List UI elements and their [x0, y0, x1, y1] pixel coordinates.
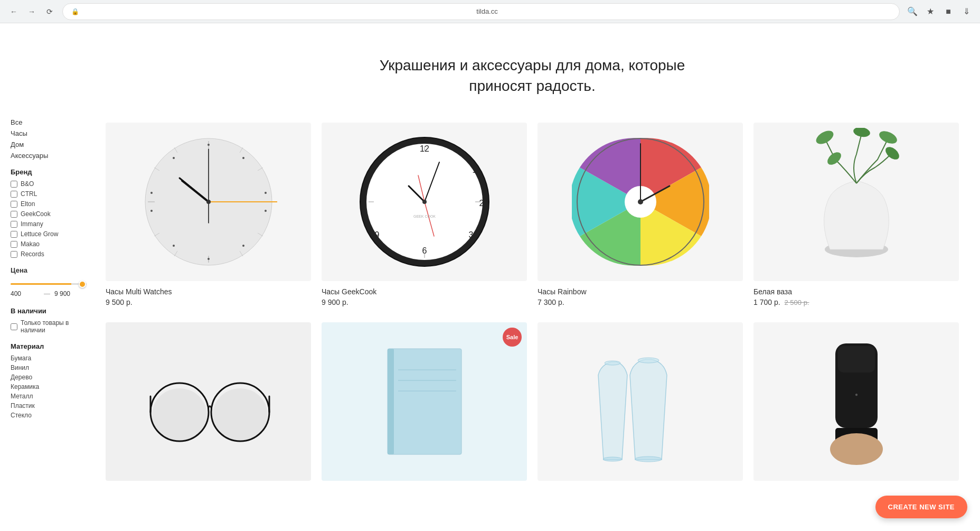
product-glasses[interactable]: [106, 322, 311, 487]
svg-point-43: [422, 200, 427, 204]
product-shaker[interactable]: ●: [753, 322, 959, 487]
svg-rect-79: [833, 439, 880, 460]
svg-point-22: [173, 157, 175, 159]
address-bar[interactable]: 🔒 tilda.cc: [62, 3, 900, 20]
brand-title: Бренд: [11, 168, 87, 176]
product-glass-item[interactable]: [538, 322, 743, 487]
brand-geekcook[interactable]: GeekCook: [11, 210, 87, 218]
svg-point-16: [265, 210, 267, 212]
svg-point-21: [150, 192, 153, 194]
svg-point-14: [242, 157, 244, 159]
refresh-button[interactable]: ⟳: [42, 4, 57, 19]
sidebar: Все Часы Дом Аксессуары Бренд B&O CTRL E…: [0, 23, 95, 531]
svg-point-20: [150, 210, 153, 212]
product-image-glasses: [106, 322, 311, 481]
material-ceramic[interactable]: Керамика: [11, 383, 87, 390]
product-image-shaker: ●: [753, 322, 959, 481]
svg-text:9: 9: [374, 230, 379, 239]
brand-ctrl[interactable]: CTRL: [11, 190, 87, 198]
svg-point-15: [265, 192, 267, 194]
glass-item-svg: [588, 333, 693, 470]
forward-button[interactable]: →: [24, 4, 39, 19]
material-paper[interactable]: Бумага: [11, 355, 87, 362]
brand-geekcook-checkbox[interactable]: [11, 211, 17, 218]
availability-checkbox-label[interactable]: Только товары в наличии: [11, 319, 87, 334]
glasses-svg: [143, 349, 275, 454]
product-white-vase[interactable]: Белая ваза 1 700 р. 2 500 р.: [753, 123, 959, 306]
material-glass[interactable]: Стекло: [11, 412, 87, 419]
brand-immany[interactable]: Immany: [11, 220, 87, 228]
svg-text:●: ●: [854, 392, 858, 397]
availability-title: В наличии: [11, 307, 87, 315]
svg-rect-65: [388, 349, 461, 454]
product-image-notebook: Sale: [322, 322, 527, 481]
svg-text:1: 1: [472, 165, 477, 174]
availability-label: Только товары в наличии: [21, 319, 87, 334]
material-plastic[interactable]: Пластик: [11, 402, 87, 409]
price-inputs: 400 — 9 900: [11, 289, 87, 299]
price-section: Цена 400 — 9 900: [11, 266, 87, 299]
category-clocks[interactable]: Часы: [11, 129, 87, 137]
price-title: Цена: [11, 266, 87, 274]
product-grid-row1: Часы Multi Watches 9 500 р. 12 1 2: [106, 123, 959, 306]
brand-ctrl-checkbox[interactable]: [11, 191, 17, 198]
svg-point-17: [242, 245, 244, 247]
bookmark-button[interactable]: ★: [923, 4, 938, 19]
product-name-multi-watches: Часы Multi Watches: [106, 287, 311, 296]
brand-bo[interactable]: B&O: [11, 180, 87, 188]
lock-icon: 🔒: [71, 8, 79, 15]
vase-svg: [798, 128, 915, 276]
svg-point-62: [213, 388, 268, 441]
svg-point-71: [638, 358, 659, 363]
brand-records-checkbox[interactable]: [11, 251, 17, 258]
brand-immany-checkbox[interactable]: [11, 221, 17, 228]
svg-text:2: 2: [479, 199, 484, 208]
svg-point-18: [208, 258, 210, 260]
material-title: Материал: [11, 342, 87, 350]
clock-geekcook-svg: 12 1 2 3 6 9 GEEK COOK: [356, 133, 493, 271]
brand-elton-checkbox[interactable]: [11, 201, 17, 208]
page-wrapper: Все Часы Дом Аксессуары Бренд B&O CTRL E…: [0, 23, 980, 531]
browser-controls: ← → ⟳: [6, 4, 57, 19]
material-vinyl[interactable]: Винил: [11, 364, 87, 371]
brand-lettuce-checkbox[interactable]: [11, 231, 17, 238]
svg-point-19: [173, 245, 175, 247]
brand-makao[interactable]: Makao: [11, 240, 87, 248]
product-geekcook[interactable]: 12 1 2 3 6 9 GEEK COOK: [322, 123, 527, 306]
clock-rainbow-svg: [572, 133, 709, 271]
brand-records[interactable]: Records: [11, 250, 87, 258]
brand-bo-checkbox[interactable]: [11, 181, 17, 188]
extensions-button[interactable]: ■: [941, 4, 956, 19]
product-notebook[interactable]: Sale: [322, 322, 527, 487]
category-accessories[interactable]: Аксессуары: [11, 152, 87, 160]
svg-text:3: 3: [468, 230, 473, 239]
material-metal[interactable]: Металл: [11, 393, 87, 400]
back-button[interactable]: ←: [6, 4, 21, 19]
search-button[interactable]: 🔍: [905, 4, 920, 19]
svg-rect-75: [838, 346, 875, 372]
category-all[interactable]: Все: [11, 118, 87, 126]
create-new-site-button[interactable]: CREATE NEW SITE: [875, 496, 967, 518]
svg-point-55: [852, 128, 871, 138]
svg-point-54: [814, 128, 835, 147]
product-name-white-vase: Белая ваза: [753, 287, 959, 296]
browser-actions: 🔍 ★ ■ ⇓: [905, 4, 974, 19]
product-image-glass-item: [538, 322, 743, 481]
product-image-rainbow: [538, 123, 743, 281]
svg-point-56: [877, 129, 899, 146]
price-slider[interactable]: [11, 283, 87, 285]
notebook-svg: [382, 343, 467, 460]
brand-elton[interactable]: Elton: [11, 200, 87, 208]
brand-lettuce[interactable]: Lettuce Grow: [11, 230, 87, 238]
category-home[interactable]: Дом: [11, 141, 87, 148]
brand-makao-checkbox[interactable]: [11, 241, 17, 248]
availability-checkbox[interactable]: [11, 323, 17, 330]
categories-section: Все Часы Дом Аксессуары: [11, 118, 87, 160]
product-multi-watches[interactable]: Часы Multi Watches 9 500 р.: [106, 123, 311, 306]
product-name-geekcook: Часы GeekCook: [322, 287, 527, 296]
product-image-multi-watches: [106, 123, 311, 281]
product-price-white-vase: 1 700 р. 2 500 р.: [753, 298, 959, 306]
product-rainbow[interactable]: Часы Rainbow 7 300 р.: [538, 123, 743, 306]
download-button[interactable]: ⇓: [959, 4, 974, 19]
material-wood[interactable]: Дерево: [11, 374, 87, 381]
